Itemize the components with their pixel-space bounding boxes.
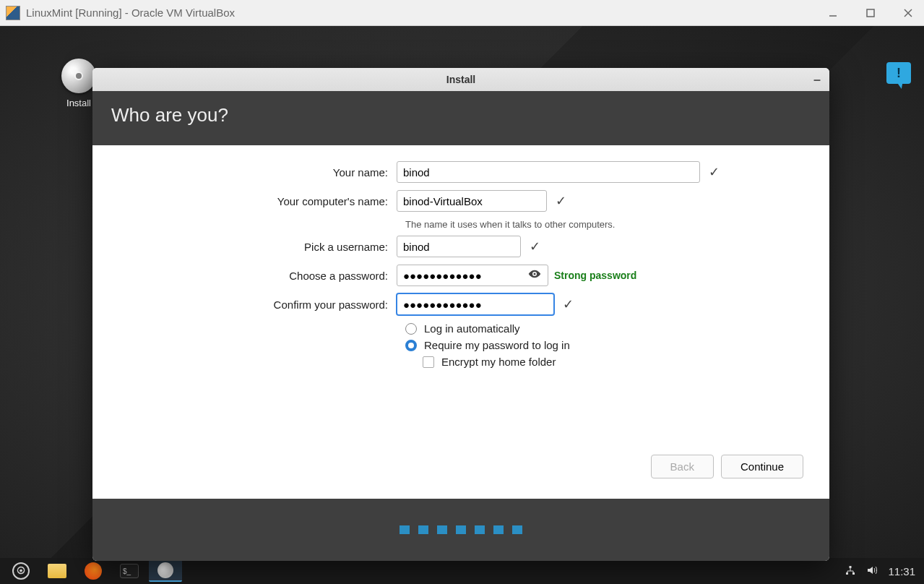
name-input[interactable] bbox=[397, 161, 700, 183]
encrypt-home-option[interactable]: Encrypt my home folder bbox=[405, 356, 803, 368]
check-icon: ✓ bbox=[709, 164, 720, 180]
install-icon-label: Install bbox=[61, 98, 96, 108]
clock[interactable]: 11:31 bbox=[888, 565, 915, 577]
maximize-button[interactable] bbox=[860, 3, 881, 23]
checkbox-icon bbox=[423, 356, 434, 368]
terminal-icon: $_ bbox=[120, 564, 139, 578]
folder-icon bbox=[48, 564, 66, 578]
encrypt-home-label: Encrypt my home folder bbox=[441, 356, 556, 368]
installer-task-button[interactable] bbox=[149, 560, 182, 582]
password-input[interactable] bbox=[397, 265, 548, 286]
progress-dot bbox=[400, 525, 410, 534]
confirm-password-input[interactable] bbox=[397, 293, 554, 315]
virtualbox-app-icon bbox=[6, 6, 20, 20]
svg-rect-5 bbox=[846, 572, 848, 575]
continue-button[interactable]: Continue bbox=[721, 455, 803, 478]
check-icon: ✓ bbox=[530, 239, 540, 254]
virtualbox-titlebar: LinuxMint [Running] - Oracle VM VirtualB… bbox=[0, 0, 924, 26]
virtualbox-title: LinuxMint [Running] - Oracle VM VirtualB… bbox=[26, 7, 823, 19]
password-strength: Strong password bbox=[554, 270, 636, 281]
installer-window-title: Install bbox=[446, 74, 475, 85]
mint-logo-icon: ⦿ bbox=[12, 562, 30, 580]
taskbar: ⦿ $_ 11:31 bbox=[0, 558, 924, 584]
computer-name-input[interactable] bbox=[397, 190, 547, 212]
install-desktop-icon[interactable]: Install bbox=[61, 59, 96, 108]
file-manager-button[interactable] bbox=[40, 560, 74, 582]
username-input[interactable] bbox=[397, 236, 521, 257]
radio-selected-icon bbox=[405, 340, 417, 351]
progress-dot bbox=[456, 525, 466, 534]
progress-dot bbox=[475, 525, 485, 534]
progress-dot bbox=[493, 525, 504, 534]
installer-minimize-button[interactable]: – bbox=[813, 72, 821, 87]
vm-desktop: Install ! Install – Who are you? Your na… bbox=[0, 26, 924, 558]
installer-progress-dots bbox=[92, 499, 829, 561]
name-label: Your name: bbox=[118, 166, 397, 179]
svg-point-4 bbox=[534, 273, 536, 275]
password-label: Choose a password: bbox=[118, 270, 397, 282]
firefox-button[interactable] bbox=[77, 560, 110, 582]
network-icon[interactable] bbox=[845, 564, 856, 578]
require-password-label: Require my password to log in bbox=[424, 339, 570, 351]
eye-icon[interactable] bbox=[528, 267, 541, 283]
confirm-password-label: Confirm your password: bbox=[118, 299, 397, 311]
volume-icon[interactable] bbox=[866, 564, 878, 578]
progress-dot bbox=[437, 525, 447, 534]
check-icon: ✓ bbox=[556, 193, 566, 209]
installer-titlebar[interactable]: Install – bbox=[92, 68, 829, 91]
installer-window: Install – Who are you? Your name: ✓ Your… bbox=[92, 68, 829, 561]
system-tray: 11:31 bbox=[845, 564, 920, 578]
auto-login-option[interactable]: Log in automatically bbox=[405, 322, 803, 335]
svg-rect-1 bbox=[867, 9, 874, 17]
window-controls bbox=[823, 3, 918, 23]
installer-heading: Who are you? bbox=[92, 91, 829, 145]
cd-icon bbox=[157, 562, 173, 578]
close-button[interactable] bbox=[898, 3, 918, 23]
cd-icon bbox=[61, 59, 96, 93]
radio-unselected-icon bbox=[405, 323, 417, 335]
notification-bubble-icon[interactable]: ! bbox=[886, 62, 911, 84]
start-menu-button[interactable]: ⦿ bbox=[4, 560, 38, 582]
username-label: Pick a username: bbox=[118, 241, 397, 253]
auto-login-label: Log in automatically bbox=[424, 322, 520, 335]
computer-name-hint: The name it uses when it talks to other … bbox=[405, 219, 803, 230]
terminal-button[interactable]: $_ bbox=[113, 560, 146, 582]
progress-dot bbox=[418, 525, 428, 534]
require-password-option[interactable]: Require my password to log in bbox=[405, 339, 803, 351]
firefox-icon bbox=[85, 562, 102, 580]
svg-rect-6 bbox=[852, 572, 855, 575]
svg-rect-7 bbox=[850, 566, 852, 568]
back-button[interactable]: Back bbox=[651, 455, 714, 478]
computer-name-label: Your computer's name: bbox=[118, 195, 397, 207]
installer-form: Your name: ✓ Your computer's name: ✓ The… bbox=[92, 145, 829, 499]
progress-dot bbox=[512, 525, 522, 534]
check-icon: ✓ bbox=[563, 296, 574, 312]
minimize-button[interactable] bbox=[823, 3, 843, 23]
